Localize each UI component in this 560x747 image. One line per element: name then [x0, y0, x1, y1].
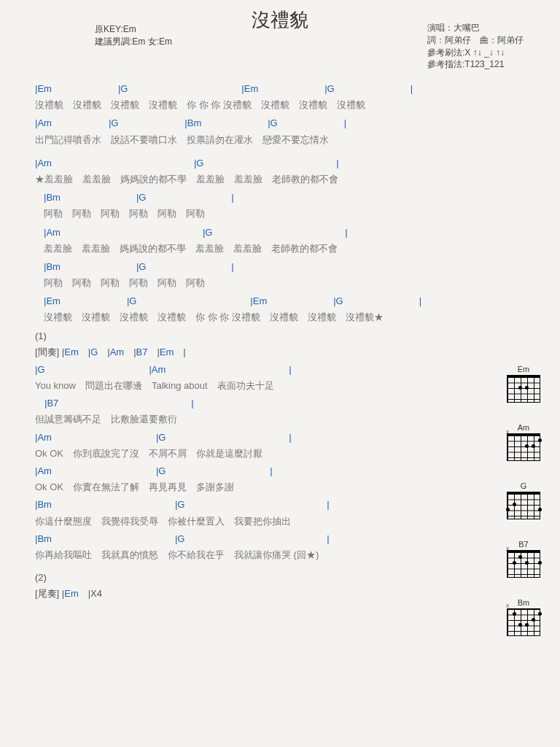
chord-row: |Em |G |Em |G | — [35, 295, 525, 308]
chord-name: Em — [503, 365, 544, 374]
chord-diagram-g: G — [503, 481, 544, 519]
lyric-row: 但誠意籌碼不足 比敷臉還要敷衍 — [35, 413, 525, 426]
lyric-row: 阿勒 阿勒 阿勒 阿勒 阿勒 阿勒 — [35, 207, 525, 220]
lyric-row: Ok OK 你到底說完了沒 不屑不屑 你就是這麼討厭 — [35, 447, 525, 460]
chord-diagram-bm: Bm x — [503, 598, 544, 636]
chord-row: |B7 | — [35, 397, 525, 410]
chord-row: |Am |G |Bm |G | — [35, 117, 525, 130]
lyric-row: 你再給我嘔吐 我就真的憤怒 你不給我在乎 我就讓你痛哭 (回★) — [35, 549, 525, 562]
suggest-key: 建議男調:Em 女:Em — [95, 36, 172, 48]
chord-diagram-am: Am x — [503, 423, 544, 461]
lyric-row: 羞羞臉 羞羞臉 媽媽說的都不學 羞羞臉 羞羞臉 老師教的都不會 — [35, 242, 525, 255]
lyric-row: You know 問題出在哪邊 Talking about 表面功夫十足 — [35, 379, 525, 392]
lyric-row: 阿勒 阿勒 阿勒 阿勒 阿勒 阿勒 — [35, 276, 525, 290]
outro: [尾奏] |Em |X4 — [35, 587, 525, 600]
chord-row: |Am |G | — [35, 465, 525, 478]
chord-row: |Em |G |Em |G | — [35, 82, 525, 96]
chord-row: |Am |G | — [35, 157, 525, 170]
chord-row: |G |Am | — [35, 363, 525, 376]
chord-name: G — [503, 481, 544, 490]
strum-pattern: 參考刷法:X ↑↓ _↓ ↑↓ — [427, 47, 524, 59]
chord-diagram-em: Em — [503, 365, 544, 403]
chord-row: |Bm |G | — [35, 260, 525, 274]
section-marker: (2) — [35, 572, 525, 583]
chord-row: |Bm |G | — [35, 533, 525, 546]
lyric-row: Ok OK 你實在無法了解 再見再見 多謝多謝 — [35, 481, 525, 494]
interlude: [間奏] |Em |G |Am |B7 |Em | — [35, 346, 525, 359]
chord-row: |Am |G | — [35, 226, 525, 239]
meta-right: 演唱：大嘴巴 詞：阿弟仔 曲：阿弟仔 參考刷法:X ↑↓ _↓ ↑↓ 參考指法:… — [427, 22, 524, 71]
chord-row: |Bm |G | — [35, 498, 525, 511]
pick-pattern: 參考指法:T123_121 — [427, 58, 524, 71]
chord-row: |Am |G | — [35, 431, 525, 444]
chord-diagram-b7: B7 x — [503, 540, 544, 578]
meta-left: 原KEY:Em 建議男調:Em 女:Em — [95, 23, 172, 48]
lyric-row: ★羞羞臉 羞羞臉 媽媽說的都不學 羞羞臉 羞羞臉 老師教的都不會 — [35, 173, 525, 186]
section-marker: (1) — [35, 330, 525, 341]
singer: 演唱：大嘴巴 — [427, 22, 524, 34]
lyric-row: 沒禮貌 沒禮貌 沒禮貌 沒禮貌 你 你 你 沒禮貌 沒禮貌 沒禮貌 沒禮貌★ — [35, 311, 525, 324]
key-info: 原KEY:Em — [95, 23, 172, 36]
chord-row: |Bm |G | — [35, 191, 525, 204]
lyric-row: 出門記得噴香水 說話不要噴口水 投票請勿在灌水 戀愛不要忘情水 — [35, 133, 525, 147]
credits: 詞：阿弟仔 曲：阿弟仔 — [427, 34, 524, 47]
lyric-row: 你這什麼態度 我覺得我受辱 你被什麼置入 我要把你抽出 — [35, 515, 525, 528]
lyric-row: 沒禮貌 沒禮貌 沒禮貌 沒禮貌 你 你 你 沒禮貌 沒禮貌 沒禮貌 沒禮貌 — [35, 98, 525, 112]
